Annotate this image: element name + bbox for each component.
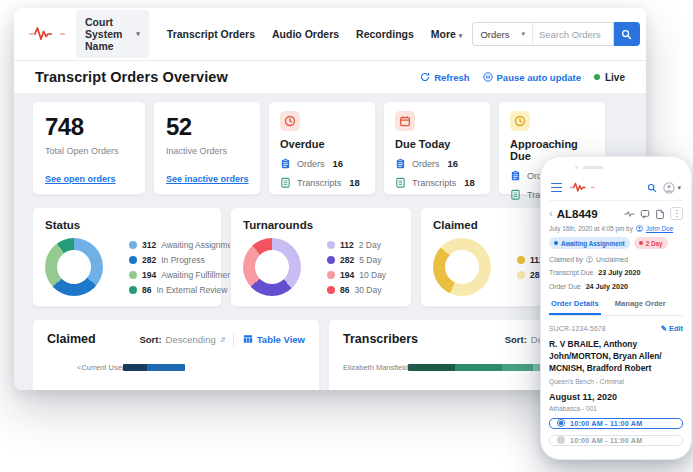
court-selector-label: Court System Name — [85, 16, 122, 52]
transcripts-value: 18 — [349, 177, 360, 188]
brand-waveform-logo — [28, 25, 66, 43]
transcripts-label: Transcripts — [297, 178, 341, 188]
back-chevron-icon[interactable]: ‹ — [549, 208, 553, 219]
refresh-button[interactable]: Refresh — [420, 72, 469, 83]
legend-value: 112 — [340, 240, 354, 250]
avatar-icon — [586, 256, 593, 263]
nav-recordings[interactable]: Recordings — [356, 28, 414, 40]
legend-label: 30 Day — [354, 285, 381, 295]
inactive-orders-card: 52 Inactive Orders See inactive orders — [153, 101, 261, 195]
pause-icon — [483, 72, 493, 82]
order-action-icons: ⋮ — [624, 207, 683, 220]
order-due-label: Order Due — [549, 283, 581, 290]
radio-unselected-icon — [557, 436, 565, 444]
overdue-card: Overdue Orders 16 — [268, 101, 376, 195]
legend-swatch — [129, 286, 137, 294]
status-chart-card: Status 312Awaiting Assignment 282In Prog… — [32, 207, 222, 307]
created-by-user-link[interactable]: John Doe — [646, 225, 673, 232]
divider — [233, 333, 234, 346]
phone-navbar-actions: ▾ — [647, 182, 681, 194]
transcripts-document-icon — [280, 177, 291, 188]
kebab-menu-icon[interactable]: ⋮ — [670, 207, 683, 220]
orders-value: 16 — [448, 158, 459, 169]
nav-audio-orders[interactable]: Audio Orders — [272, 28, 339, 40]
badge-dot — [639, 241, 643, 245]
phone-screen: ▾ ‹ AL8449 — [549, 177, 683, 453]
sort-value: Descending — [166, 334, 216, 345]
top-navbar: Court System Name ▾ Transcript Orders Au… — [14, 8, 646, 60]
due-today-calendar-icon — [395, 111, 415, 131]
legend-item: 312Awaiting Assignment — [129, 240, 239, 250]
location-label: Athabasca - 001 — [549, 405, 683, 412]
orders-clipboard-icon — [280, 158, 291, 169]
legend-value: 282 — [142, 255, 156, 265]
overdue-title: Overdue — [280, 138, 364, 150]
badge-dot — [554, 241, 558, 245]
tab-order-details[interactable]: Order Details — [549, 299, 601, 315]
transcript-due-date: 23 July 2020 — [598, 268, 640, 277]
orders-value: 16 — [333, 158, 344, 169]
legend-value: 312 — [142, 240, 156, 250]
time-slot-selected[interactable]: 10:00 AM - 11:00 AM — [549, 418, 683, 429]
hearing-date: August 11, 2020 — [549, 392, 683, 402]
search-button[interactable] — [614, 22, 640, 46]
search-scope-dropdown[interactable]: Orders ▾ — [472, 22, 532, 46]
sort-label: Sort: — [505, 334, 527, 345]
nav-transcript-orders[interactable]: Transcript Orders — [167, 28, 255, 40]
turnarounds-chart-body: 1122 Day 2825 Day 19410 Day 8630 Day — [243, 238, 399, 296]
claimed-sort-control[interactable]: Sort: Descending ↓↑ — [139, 334, 223, 345]
orders-clipboard-icon — [510, 170, 521, 181]
phone-speaker — [583, 166, 603, 169]
time-slot-unselected[interactable]: 10:00 AM - 11:00 AM — [549, 435, 683, 446]
due-today-card: Due Today Orders 16 — [383, 101, 491, 195]
page-header: Transcript Orders Overview Refresh Pause… — [14, 60, 646, 93]
user-menu[interactable]: ▾ — [663, 182, 681, 194]
pause-auto-update-button[interactable]: Pause auto update — [483, 72, 581, 83]
sort-label: Sort: — [139, 334, 161, 345]
orders-label: Orders — [412, 159, 440, 169]
order-search: Orders ▾ — [472, 22, 640, 46]
status-donut-chart — [45, 238, 103, 296]
time-slot-label: 10:00 AM - 11:00 AM — [570, 419, 642, 428]
legend-label: Awaiting Fulfillment — [161, 270, 234, 280]
chevron-down-icon: ▾ — [677, 184, 681, 192]
see-inactive-orders-link[interactable]: See inactive orders — [166, 174, 249, 184]
header-actions: Refresh Pause auto update Live — [420, 72, 625, 83]
hamburger-menu-icon[interactable] — [551, 183, 562, 193]
legend-label: 10 Day — [359, 270, 386, 280]
tab-manage-order[interactable]: Manage Order — [613, 299, 668, 315]
search-icon[interactable] — [647, 183, 657, 193]
see-open-orders-link[interactable]: See open orders — [45, 174, 116, 184]
status-badge: Awaiting Assignment — [549, 237, 630, 249]
table-view-button[interactable]: Table View — [243, 334, 305, 345]
order-meta-line: July 16th, 2020 at 4:05 pm by John Doe — [549, 225, 683, 232]
edit-button[interactable]: ✎ Edit — [661, 324, 683, 333]
document-icon[interactable] — [655, 209, 665, 219]
refresh-label: Refresh — [434, 72, 469, 83]
page-title: Transcript Orders Overview — [35, 69, 228, 85]
legend-value: 282 — [340, 255, 354, 265]
nav-more-dropdown[interactable]: More ▾ — [431, 28, 463, 40]
order-due-date: 24 July 2020 — [586, 282, 628, 291]
claimed-by-label: Claimed by — [549, 256, 583, 263]
legend-item: 2825 Day — [327, 255, 386, 265]
search-input[interactable] — [532, 22, 614, 46]
turnarounds-chart-title: Turnarounds — [243, 219, 399, 231]
due-today-orders-row: Orders 16 — [395, 158, 479, 169]
legend-item: 194Awaiting Fulfillment — [129, 270, 239, 280]
claimed-stacked-bar — [123, 364, 185, 371]
nav-more-label: More — [431, 28, 456, 40]
comment-icon[interactable] — [640, 209, 650, 219]
case-number: SUCR-1234-5678 — [549, 325, 606, 332]
search-icon — [621, 29, 632, 40]
avatar-icon — [636, 225, 643, 232]
transcripts-label: Transcripts — [412, 178, 456, 188]
chevron-down-icon: ▾ — [136, 30, 140, 38]
overdue-transcripts-row: Transcripts 18 — [280, 177, 364, 188]
court-selector-dropdown[interactable]: Court System Name ▾ — [76, 10, 149, 58]
transcripts-value: 18 — [464, 177, 475, 188]
legend-label: Awaiting Assignment — [161, 240, 239, 250]
activity-waveform-icon[interactable] — [624, 210, 635, 218]
legend-item: 86In External Review — [129, 285, 239, 295]
legend-swatch — [327, 271, 335, 279]
